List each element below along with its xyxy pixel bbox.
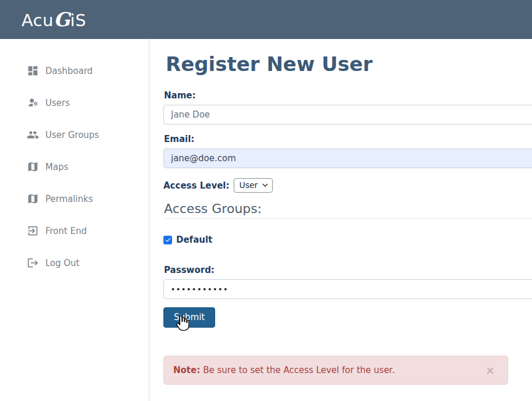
checkmark-icon (165, 236, 172, 243)
default-checkbox[interactable] (163, 236, 172, 244)
submit-button[interactable]: Submit (163, 307, 215, 328)
chevron-down-icon (262, 183, 268, 187)
dashboard-icon (27, 65, 39, 77)
close-icon[interactable]: × (485, 365, 495, 376)
sidebar-item-label: Front End (45, 226, 87, 236)
sidebar-item-label: Maps (45, 162, 68, 172)
note-alert: Note: Be sure to set the Access Level fo… (163, 356, 508, 385)
acugis-logo[interactable]: AcuGiS (22, 8, 86, 31)
email-label: Email: (164, 134, 532, 144)
email-input[interactable] (163, 148, 532, 168)
main-content: Register New User Name: Email: Access Le… (149, 39, 532, 401)
name-label: Name: (164, 90, 532, 101)
access-level-select[interactable]: User (234, 178, 273, 193)
register-user-form: Name: Email: Access Level: User Access G… (163, 90, 532, 385)
logo-text-suffix: iS (70, 10, 86, 30)
sidebar-item-label: Permalinks (45, 194, 93, 204)
default-checkbox-label: Default (176, 235, 212, 245)
sidebar-item-users[interactable]: Users (0, 87, 149, 119)
sidebar-item-user-groups[interactable]: User Groups (0, 119, 149, 151)
sidebar-item-label: Users (45, 98, 70, 108)
app-header: AcuGiS (0, 0, 532, 39)
group-icon (27, 129, 39, 141)
sidebar-item-label: Log Out (45, 258, 80, 268)
password-input[interactable] (163, 279, 532, 299)
sidebar-item-log-out[interactable]: Log Out (0, 247, 149, 279)
default-group-row: Default (163, 235, 532, 245)
logout-icon (27, 257, 39, 269)
name-input[interactable] (163, 105, 532, 125)
sidebar-item-front-end[interactable]: Front End (0, 215, 149, 247)
access-groups-heading: Access Groups: (164, 201, 532, 219)
map-icon (27, 193, 39, 205)
sidebar-item-dashboard[interactable]: Dashboard (0, 55, 149, 87)
password-label: Password: (164, 265, 532, 275)
sidebar-item-label: Dashboard (45, 66, 92, 76)
logo-text-g: G (53, 8, 70, 31)
note-alert-message: Be sure to set the Access Level for the … (203, 365, 395, 375)
exit-to-app-icon (27, 225, 39, 237)
page-title: Register New User (166, 52, 532, 76)
map-icon (27, 161, 39, 173)
access-level-selected-value: User (239, 180, 258, 190)
sidebar-nav: Dashboard Users User Groups Maps Permali… (0, 39, 149, 401)
note-alert-label: Note: (173, 365, 200, 375)
access-level-row: Access Level: User (163, 178, 532, 193)
sidebar-item-maps[interactable]: Maps (0, 151, 149, 183)
sidebar-item-permalinks[interactable]: Permalinks (0, 183, 149, 215)
logo-text-prefix: Acu (22, 10, 53, 30)
user-settings-icon (27, 97, 39, 109)
access-level-label: Access Level: (163, 180, 229, 191)
sidebar-item-label: User Groups (45, 130, 99, 140)
page-layout: Dashboard Users User Groups Maps Permali… (0, 39, 532, 401)
